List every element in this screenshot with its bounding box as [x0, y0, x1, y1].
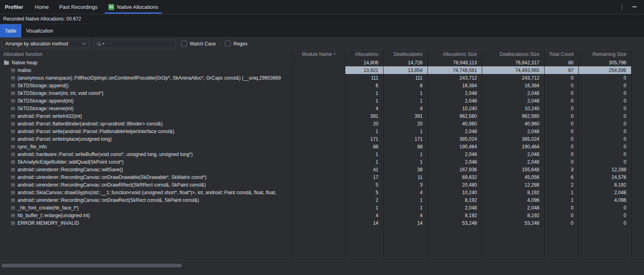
- recorded-info-bar: Recorded Native Allocations: 00.672: [0, 14, 644, 24]
- hide-panel-icon[interactable]: [632, 6, 637, 7]
- value-cell: 111: [383, 74, 427, 82]
- table-row[interactable]: ▤android::Parcel::writeInplace(unsigned …: [0, 135, 644, 143]
- function-name: sync_file_info: [17, 144, 47, 150]
- value-cell: 305,796: [578, 59, 631, 66]
- table-row[interactable]: ▤SkTDStorage::append()6616,38416,38400: [0, 82, 644, 89]
- col-total-count[interactable]: Total Count: [544, 50, 578, 58]
- value-cell: 0: [578, 120, 631, 127]
- tab-home[interactable]: Home: [30, 0, 54, 14]
- table-row[interactable]: Native heap14,80614,72676,948,11376,642,…: [0, 59, 644, 66]
- value-cell: 0: [578, 89, 631, 97]
- method-icon: ▤: [11, 183, 15, 187]
- function-name: android::uirenderer::RecordingCanvas::on…: [17, 197, 199, 203]
- match-case-option[interactable]: Match Case: [181, 41, 216, 47]
- tab-table[interactable]: Table: [0, 24, 21, 37]
- regex-option[interactable]: Regex: [225, 41, 248, 47]
- function-name: Native heap: [12, 60, 37, 66]
- row-gutter: [631, 211, 644, 219]
- method-icon: ▤: [11, 106, 15, 111]
- module-cell: [293, 204, 345, 211]
- col-allocation-function[interactable]: Allocation function: [0, 50, 293, 58]
- table-row[interactable]: ▤android::Parcel::write(android::Parcel:…: [0, 127, 644, 135]
- table-row[interactable]: ▤android::uirenderer::RecordingCanvas::o…: [0, 173, 644, 181]
- column-separator: [427, 50, 428, 260]
- table-row[interactable]: ▤android::uirenderer::RecordingCanvas::o…: [0, 181, 644, 189]
- col-allocations-size[interactable]: Allocations Size: [427, 50, 482, 58]
- table-row[interactable]: ▤android::Parcel::flattenBinder(android:…: [0, 120, 644, 127]
- table-row[interactable]: ▤android::SkiaCanvas::drawGlyphs(std::__…: [0, 189, 644, 196]
- tab-past-recordings-label: Past Recordings: [59, 4, 97, 10]
- more-options-icon[interactable]: ⋮: [619, 4, 625, 10]
- table-row[interactable]: ▤(anonymous namespace)::FillRectOpImpl::…: [0, 74, 644, 82]
- method-icon: ▤: [11, 144, 15, 149]
- col-module-name[interactable]: Module Name ˄: [293, 50, 345, 58]
- value-cell: 1: [345, 89, 383, 97]
- row-gutter: [631, 189, 644, 196]
- row-gutter: [631, 66, 644, 74]
- value-cell: 6: [345, 82, 383, 89]
- table-row[interactable]: ▤android::Parcel::writeInt32(int)3913919…: [0, 112, 644, 120]
- col-deallocations-size[interactable]: Deallocations Size: [482, 50, 544, 58]
- module-cell: [293, 143, 345, 150]
- value-cell: 88: [345, 143, 383, 150]
- horizontal-scrollbar[interactable]: [0, 261, 644, 275]
- arrange-dropdown-value: Arrange by allocation method: [5, 41, 68, 47]
- function-name: SkTDStorage::append(): [17, 83, 68, 88]
- value-cell: 0: [544, 105, 578, 112]
- chevron-down-icon: [83, 41, 87, 45]
- search-field[interactable]: [93, 39, 176, 48]
- value-cell: 8,192: [427, 211, 482, 219]
- table-row[interactable]: ▤malloc13,92113,85474,748,56174,493,9656…: [0, 66, 644, 74]
- value-cell: 4: [345, 211, 383, 219]
- value-cell: 80: [544, 59, 578, 66]
- tab-native-allocations[interactable]: 31 Native Allocations: [103, 0, 164, 14]
- value-cell: 1: [345, 158, 383, 166]
- value-cell: 5: [345, 189, 383, 196]
- table-row[interactable]: ▤SkTDStorage::insert(int, int, void cons…: [0, 89, 644, 97]
- table-body: Native heap14,80614,72676,948,11376,642,…: [0, 59, 644, 227]
- table-row[interactable]: ▤SkAnalyticEdgeBuilder::addQuad(SkPoint …: [0, 158, 644, 166]
- table-row[interactable]: ▤android::hardware::Parcel::writeBuffer(…: [0, 150, 644, 158]
- table-row[interactable]: ▤SkTDStorage::append(int)112,0482,04800: [0, 97, 644, 105]
- value-cell: 0: [578, 105, 631, 112]
- table-row[interactable]: ▤android::uirenderer::RecordingCanvas::o…: [0, 196, 644, 204]
- match-case-label: Match Case: [190, 41, 216, 47]
- value-cell: 74,493,965: [482, 66, 544, 74]
- value-cell: 10,240: [427, 105, 482, 112]
- table-row[interactable]: ▤android::uirenderer::RecordingCanvas::w…: [0, 166, 644, 173]
- topbar-actions: ⋮: [619, 0, 644, 14]
- module-cell: [293, 158, 345, 166]
- table-row[interactable]: ▤ERROR MEMORY_INVALID141453,24853,24800: [0, 219, 644, 227]
- value-cell: 1: [345, 97, 383, 105]
- arrange-dropdown[interactable]: Arrange by allocation method: [2, 39, 89, 48]
- regex-checkbox[interactable]: [225, 41, 231, 47]
- tab-visualization[interactable]: Visualization: [21, 24, 58, 37]
- col-remaining-size[interactable]: Remaining Size: [578, 50, 631, 58]
- value-cell: 1: [345, 204, 383, 211]
- value-cell: 0: [544, 82, 578, 89]
- table-row[interactable]: ▤sync_file_info8888190,464190,46400: [0, 143, 644, 150]
- module-cell: [293, 181, 345, 189]
- horizontal-scrollbar-thumb[interactable]: [2, 264, 182, 267]
- match-case-checkbox[interactable]: [181, 41, 187, 47]
- value-cell: 0: [544, 219, 578, 227]
- value-cell: 0: [544, 211, 578, 219]
- value-cell: 76,642,317: [482, 59, 544, 66]
- table-row[interactable]: ▤SkTDStorage::reserve(int)4410,24010,240…: [0, 105, 644, 112]
- method-icon: ▤: [11, 221, 15, 225]
- value-cell: 4,096: [578, 196, 631, 204]
- row-gutter: [631, 89, 644, 97]
- module-cell: [293, 219, 345, 227]
- row-gutter: [631, 150, 644, 158]
- sort-ascending-icon: ˄: [334, 52, 336, 56]
- table-row[interactable]: ▤_hb_font_create(hb_face_t*)112,0482,048…: [0, 204, 644, 211]
- method-icon: ▤: [11, 198, 15, 202]
- col-deallocations[interactable]: Deallocations: [383, 50, 427, 58]
- table-row[interactable]: ▤hb_buffer_t::enlarge(unsigned int)448,1…: [0, 211, 644, 219]
- method-icon: ▤: [11, 205, 15, 210]
- col-allocations[interactable]: Allocations: [345, 50, 383, 58]
- value-cell: 0: [578, 150, 631, 158]
- col-module-name-label: Module Name: [302, 51, 332, 57]
- tab-past-recordings[interactable]: Past Recordings: [54, 0, 103, 14]
- value-cell: 20: [345, 120, 383, 127]
